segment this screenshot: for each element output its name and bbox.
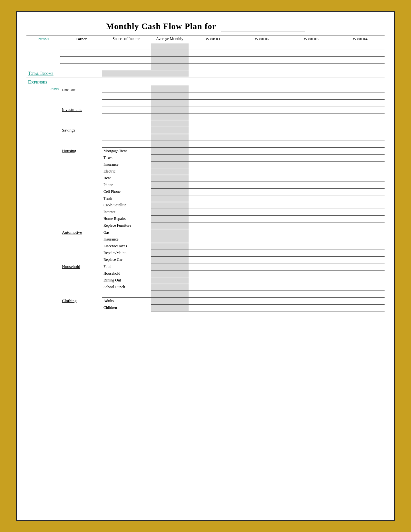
housing-heat-row: Heat [26,175,385,182]
housing-cable-row: Cable/Satellite [26,202,385,209]
income-row-3 [26,57,385,64]
source-header: Source of Income [102,35,151,43]
savings-row-3 [26,141,385,147]
page-title: Monthly Cash Flow Plan for [26,22,385,32]
housing-furniture-row: Replace Furniture [26,222,385,229]
housing-mortgage-row: Housing Mortgage/Rent [26,147,385,154]
main-table: Income Earner Source of Income Average M… [26,35,385,311]
income-row-2 [26,50,385,57]
week3-header: Week #3 [287,35,336,43]
giving-row-2 [26,93,385,99]
auto-gas-row: Automotive Gas [26,229,385,236]
income-row-1 [26,43,385,50]
housing-homerepairs-row: Home Repairs [26,215,385,222]
investments-row-2 [26,113,385,120]
expenses-header-row: Expenses [26,77,385,85]
income-row-4 [26,64,385,70]
housing-taxes-row: Taxes [26,154,385,161]
giving-header-row: Giving Date Due [26,85,385,93]
auto-license-row: Liscense/Taxes [26,243,385,250]
savings-header-row: Savings [26,127,385,134]
housing-phone-row: Phone [26,182,385,188]
earner-header: Earner [60,35,102,43]
week1-header: Week #1 [189,35,238,43]
savings-row-2 [26,134,385,141]
total-income-row: Total Income [26,70,385,77]
household-food-row: Household Food [26,263,385,270]
household-schoollunch-row: School Lunch [26,284,385,291]
name-line [221,22,305,32]
investments-row-3 [26,120,385,127]
household-blank-row [26,291,385,297]
housing-trash-row: Trash [26,195,385,202]
table-header: Income Earner Source of Income Average M… [26,35,385,43]
auto-insurance-row: Insurance [26,236,385,243]
clothing-adults-row: Clothing Adults [26,297,385,304]
household-household-row: Household [26,270,385,277]
housing-electric-row: Electric [26,168,385,175]
cash-flow-page: Monthly Cash Flow Plan for Income Earner [16,11,395,521]
avg-header: Average Monthly [151,35,189,43]
auto-repairs-row: Repairs/Maint. [26,250,385,256]
giving-row-3 [26,99,385,106]
investments-header-row: Investments [26,106,385,113]
housing-insurance-row: Insurance [26,161,385,168]
clothing-children-row: Children [26,304,385,311]
housing-cellphone-row: Cell Phone [26,188,385,195]
week2-header: Week #2 [238,35,287,43]
week4-header: Week #4 [336,35,385,43]
auto-replace-row: Replace Car [26,256,385,263]
household-diningout-row: Dining Out [26,277,385,284]
income-header: Income [26,35,60,43]
housing-internet-row: Internet [26,209,385,215]
